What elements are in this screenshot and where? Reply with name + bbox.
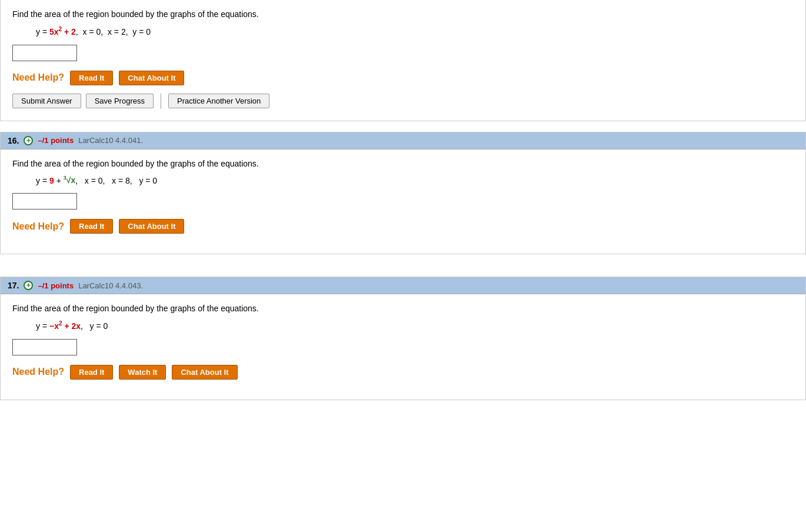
read-it-button-17[interactable]: Read It [70,365,113,380]
need-help-row-top: Need Help? Read It Chat About It [12,71,794,85]
need-help-row-16: Need Help? Read It Chat About It [12,219,794,234]
points-label-17: –/1 points [38,281,74,290]
chat-about-it-button-17[interactable]: Chat About It [172,365,237,380]
save-progress-button-top[interactable]: Save Progress [86,94,154,108]
points-label-16: –/1 points [38,136,74,145]
action-buttons-top: Submit Answer Save Progress Practice Ano… [12,94,794,109]
equation-top: y = 5x2 + 2, x = 0, x = 2, y = 0 [36,26,794,36]
need-help-label-top: Need Help? [12,72,64,83]
answer-input-16[interactable] [12,193,77,210]
plus-icon-17[interactable]: + [24,281,33,290]
chat-about-it-button-16[interactable]: Chat About It [119,219,184,234]
chat-about-it-button-top[interactable]: Chat About It [119,71,184,85]
question-text-17: Find the area of the region bounded by t… [12,304,794,313]
read-it-button-16[interactable]: Read It [70,219,113,234]
question-number-16: 16. [8,136,19,145]
separator-top [161,94,161,109]
question-body-17: Find the area of the region bounded by t… [1,294,805,400]
practice-another-version-button-top[interactable]: Practice Another Version [168,94,269,108]
equation-17: y = −x2 + 2x, y = 0 [36,320,794,331]
watch-it-button-17[interactable]: Watch It [119,365,166,380]
spacer-between-16-17 [0,265,806,277]
top-question-block: Find the area of the region bounded by t… [0,0,806,121]
equation-16: y = 9 + 3√x, x = 0, x = 8, y = 0 [36,175,794,185]
question-text-16: Find the area of the region bounded by t… [12,159,794,168]
need-help-label-16: Need Help? [12,221,64,232]
question-text-top: Find the area of the region bounded by t… [12,9,794,19]
need-help-label-17: Need Help? [12,367,64,377]
answer-input-top[interactable] [12,45,77,61]
need-help-row-17: Need Help? Read It Watch It Chat About I… [12,365,794,380]
problem-id-17: LarCalc10 4.4.043. [78,281,143,290]
question-block-17: 17. + –/1 points LarCalc10 4.4.043. Find… [0,277,806,400]
question-number-17: 17. [8,281,19,290]
read-it-button-top[interactable]: Read It [70,71,113,85]
problem-id-16: LarCalc10 4.4.041. [78,136,143,145]
plus-icon-16[interactable]: + [24,136,33,145]
question-header-17: 17. + –/1 points LarCalc10 4.4.043. [1,277,805,294]
question-body-16: Find the area of the region bounded by t… [1,149,805,254]
question-header-16: 16. + –/1 points LarCalc10 4.4.041. [1,132,805,149]
answer-input-17[interactable] [12,339,77,355]
submit-answer-button-top[interactable]: Submit Answer [12,94,81,108]
question-block-16: 16. + –/1 points LarCalc10 4.4.041. Find… [0,132,806,255]
